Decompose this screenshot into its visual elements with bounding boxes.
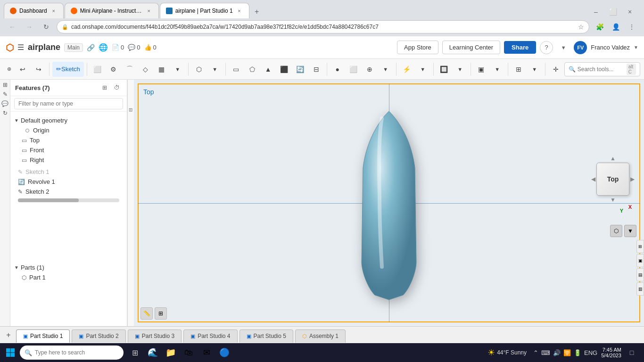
- tab-part-studio-5[interactable]: ▣ Part Studio 5: [239, 329, 293, 343]
- toolbar-btn-9[interactable]: ▭: [229, 62, 244, 77]
- store-btn[interactable]: 🛍: [180, 344, 197, 361]
- tree-item-front[interactable]: ▭ Front: [10, 145, 127, 155]
- toolbar-btn-16[interactable]: ⬜: [346, 62, 361, 77]
- toolbar-btn-22[interactable]: ▼: [453, 62, 468, 77]
- tab-part-studio-4[interactable]: ▣ Part Studio 4: [183, 329, 237, 343]
- notification-btn[interactable]: □: [625, 346, 638, 359]
- undo-btn[interactable]: ↩: [15, 62, 30, 77]
- toolbar-btn-25[interactable]: ⊞: [511, 62, 526, 77]
- tree-item-part1[interactable]: ⬡ Part 1: [10, 272, 127, 282]
- toolbar-btn-14[interactable]: ⊟: [309, 62, 324, 77]
- sidebar-icon-3[interactable]: 💬: [2, 100, 8, 107]
- taskbar-time[interactable]: 7:45 AM 5/4/2023: [601, 347, 621, 358]
- tree-item-right[interactable]: ▭ Right: [10, 155, 127, 165]
- instructables-close-btn[interactable]: ×: [145, 7, 153, 15]
- address-bar[interactable]: 🔒 cad.onshape.com/documents/f44b1dc20f54…: [57, 20, 589, 33]
- chrome-btn[interactable]: 🔵: [216, 344, 233, 361]
- viewport[interactable]: Top ▲: [134, 80, 644, 326]
- toolbar-btn-27[interactable]: ✛: [548, 62, 563, 77]
- toolbar-btn-1[interactable]: ⬜: [90, 62, 105, 77]
- feature-panel-action-1[interactable]: ⊞: [99, 82, 110, 93]
- toolbar-btn-20[interactable]: ▼: [415, 62, 430, 77]
- parts-section-header[interactable]: ▼ Parts (1): [10, 263, 127, 272]
- star-icon[interactable]: ☆: [578, 23, 584, 31]
- feature-scrollbar[interactable]: [14, 198, 123, 202]
- toolbar-btn-19[interactable]: ⚡: [399, 62, 414, 77]
- bottom-tool-1[interactable]: 📏: [140, 307, 153, 320]
- tree-item-origin[interactable]: Origin: [10, 125, 127, 135]
- toolbar-btn-13[interactable]: 🔄: [293, 62, 308, 77]
- mail-btn[interactable]: ✉: [198, 344, 215, 361]
- edge-btn[interactable]: 🌊: [144, 344, 161, 361]
- help-button[interactable]: ?: [540, 41, 553, 54]
- learning-center-button[interactable]: Learning Center: [442, 41, 500, 54]
- tab-dashboard[interactable]: Dashboard ×: [4, 3, 64, 18]
- avatar[interactable]: FV: [574, 41, 587, 54]
- language-icon[interactable]: ENG: [584, 349, 597, 356]
- toolbar-btn-24[interactable]: ▼: [490, 62, 505, 77]
- app-store-button[interactable]: App Store: [397, 41, 438, 54]
- toolbar-btn-23[interactable]: ▣: [474, 62, 489, 77]
- taskbar-search-input[interactable]: [35, 349, 110, 356]
- view-cube-down-btn[interactable]: ▼: [610, 197, 616, 203]
- toolbar-btn-10[interactable]: ⬠: [245, 62, 260, 77]
- toolbar-btn-11[interactable]: ▲: [261, 62, 276, 77]
- tab-part-studio-3[interactable]: ▣ Part Studio 3: [128, 329, 182, 343]
- new-tab-button[interactable]: +: [250, 5, 264, 18]
- like-counter[interactable]: 📄 0: [112, 44, 124, 51]
- extensions-icon[interactable]: 🧩: [593, 20, 606, 33]
- onshape-close-btn[interactable]: ×: [236, 7, 243, 15]
- task-view-btn[interactable]: ⊞: [126, 344, 143, 361]
- taskbar-weather[interactable]: ☀ 44°F Sunny: [487, 347, 527, 358]
- default-geometry-header[interactable]: ▼ Default geometry: [10, 115, 127, 125]
- explorer-btn[interactable]: 📁: [162, 344, 179, 361]
- right-tool-2[interactable]: ▣: [636, 254, 644, 267]
- right-tool-3[interactable]: ▤: [636, 268, 644, 281]
- forward-btn[interactable]: →: [23, 20, 36, 33]
- start-button[interactable]: [2, 344, 19, 361]
- link-icon[interactable]: 🔗: [87, 44, 95, 51]
- globe-icon[interactable]: 🌐: [99, 43, 108, 52]
- tree-item-revolve1[interactable]: 🔄 Revolve 1: [10, 177, 127, 187]
- toolbar-sketch-mode-btn[interactable]: ⊕: [4, 64, 14, 74]
- filter-input[interactable]: [14, 98, 123, 109]
- tab-onshape[interactable]: airplane | Part Studio 1 ×: [160, 3, 249, 18]
- reload-btn[interactable]: ↻: [40, 20, 53, 33]
- tab-part-studio-1[interactable]: ▣ Part Studio 1: [16, 329, 70, 343]
- sidebar-icon-4[interactable]: ↻: [2, 110, 8, 116]
- notifications-button[interactable]: ▼: [557, 41, 570, 54]
- sketch-btn[interactable]: ✏ Sketch: [52, 62, 84, 77]
- toolbar-btn-7[interactable]: ⬡: [191, 62, 206, 77]
- taskbar-search[interactable]: 🔍: [20, 346, 124, 360]
- chevron-up-icon[interactable]: ⌃: [533, 349, 538, 356]
- network-icon[interactable]: 🛜: [563, 349, 571, 356]
- keyboard-icon[interactable]: ⌨: [541, 349, 550, 356]
- profile-icon[interactable]: 👤: [609, 20, 622, 33]
- tab-assembly-1[interactable]: ⬡ Assembly 1: [295, 329, 346, 343]
- right-tool-4[interactable]: ▥: [636, 282, 644, 296]
- search-tools-input[interactable]: [578, 66, 625, 73]
- toolbar-btn-5[interactable]: ▦: [154, 62, 169, 77]
- volume-icon[interactable]: 🔊: [553, 349, 561, 356]
- toolbar-btn-3[interactable]: ⌒: [122, 62, 137, 77]
- toolbar-btn-17[interactable]: ⊕: [362, 62, 377, 77]
- tree-item-sketch1[interactable]: ✎ Sketch 1: [10, 167, 127, 177]
- toolbar-btn-8[interactable]: ▼: [207, 62, 223, 77]
- view-cube-right-btn[interactable]: ▶: [630, 176, 635, 182]
- toolbar-btn-18[interactable]: ▼: [378, 62, 393, 77]
- tree-item-sketch2[interactable]: ✎ Sketch 2: [10, 187, 127, 197]
- user-name[interactable]: Franco Valdez: [591, 44, 630, 51]
- comment-counter[interactable]: 💬 0: [128, 44, 140, 51]
- sidebar-icon-2[interactable]: ✎: [2, 91, 8, 98]
- user-chevron-icon[interactable]: ▼: [634, 45, 638, 50]
- maximize-btn[interactable]: ⬜: [606, 5, 619, 18]
- battery-icon[interactable]: 🔋: [574, 349, 581, 356]
- workspace-badge[interactable]: Main: [64, 43, 83, 52]
- view-cube-up-btn[interactable]: ▲: [609, 155, 617, 162]
- toolbar-btn-4[interactable]: ◇: [138, 62, 153, 77]
- tab-part-studio-2[interactable]: ▣ Part Studio 2: [72, 329, 125, 343]
- dashboard-close-btn[interactable]: ×: [50, 7, 58, 15]
- search-tools[interactable]: 🔍 alt C: [564, 62, 640, 76]
- close-window-btn[interactable]: ×: [623, 5, 636, 18]
- tree-item-top[interactable]: ▭ Top: [10, 135, 127, 145]
